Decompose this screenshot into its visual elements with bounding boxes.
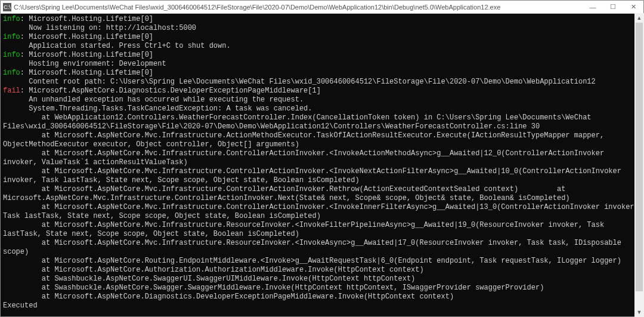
log-level-info: info xyxy=(3,51,20,59)
log-line: at Microsoft.AspNetCore.Mvc.Infrastructu… xyxy=(3,131,641,149)
log-line: fail: Microsoft.AspNetCore.Diagnostics.D… xyxy=(3,87,641,96)
log-line: at Swashbuckle.AspNetCore.SwaggerUI.Swag… xyxy=(3,275,641,284)
log-line: info: Microsoft.Hosting.Lifetime[0] xyxy=(3,15,641,24)
log-level-fail: fail xyxy=(3,87,20,95)
log-line: Content root path: C:\Users\Spring Lee\D… xyxy=(3,78,641,87)
window-controls: — ☐ ✕ xyxy=(583,1,643,13)
log-line: at Microsoft.AspNetCore.Mvc.Infrastructu… xyxy=(3,185,641,203)
log-line: Executed xyxy=(3,301,641,310)
log-line: Hosting environment: Development xyxy=(3,60,641,69)
log-line: Now listening on: http://localhost:5000 xyxy=(3,24,641,33)
scroll-down-arrow[interactable]: ▼ xyxy=(634,307,644,317)
titlebar[interactable]: C:\ C:\Users\Spring Lee\Documents\WeChat… xyxy=(1,1,643,14)
log-line: System.Threading.Tasks.TaskCanceledExcep… xyxy=(3,104,641,113)
app-icon: C:\ xyxy=(3,3,11,11)
log-level-info: info xyxy=(3,33,20,41)
minimize-button[interactable]: — xyxy=(583,1,603,13)
vertical-scrollbar[interactable]: ▲ ▼ xyxy=(634,13,644,317)
scroll-thumb[interactable] xyxy=(636,23,643,291)
maximize-button[interactable]: ☐ xyxy=(603,1,623,13)
log-level-info: info xyxy=(3,69,20,77)
log-line: at Microsoft.AspNetCore.Mvc.Infrastructu… xyxy=(3,149,641,167)
log-line: at Microsoft.AspNetCore.Diagnostics.Deve… xyxy=(3,293,641,301)
log-line: at WebApplication12.Controllers.WeatherF… xyxy=(3,113,641,131)
console-window: C:\ C:\Users\Spring Lee\Documents\WeChat… xyxy=(0,0,644,317)
log-line: at Microsoft.AspNetCore.Mvc.Infrastructu… xyxy=(3,239,641,257)
log-line: at Microsoft.AspNetCore.Routing.Endpoint… xyxy=(3,257,641,266)
log-line: Application started. Press Ctrl+C to shu… xyxy=(3,42,641,51)
close-button[interactable]: ✕ xyxy=(623,1,643,13)
window-title: C:\Users\Spring Lee\Documents\WeChat Fil… xyxy=(14,4,583,11)
log-line: info: Microsoft.Hosting.Lifetime[0] xyxy=(3,51,641,60)
log-line: at Microsoft.AspNetCore.Mvc.Infrastructu… xyxy=(3,203,641,221)
log-line: at Swashbuckle.AspNetCore.Swagger.Swagge… xyxy=(3,284,641,293)
log-level-info: info xyxy=(3,15,20,23)
log-line: An unhandled exception has occurred whil… xyxy=(3,96,641,104)
log-line: at Microsoft.AspNetCore.Authorization.Au… xyxy=(3,266,641,275)
console-output[interactable]: info: Microsoft.Hosting.Lifetime[0] Now … xyxy=(1,14,643,316)
scroll-up-arrow[interactable]: ▲ xyxy=(634,13,644,23)
log-line: at Microsoft.AspNetCore.Mvc.Infrastructu… xyxy=(3,221,641,239)
log-line: info: Microsoft.Hosting.Lifetime[0] xyxy=(3,33,641,42)
log-line: at Microsoft.AspNetCore.Mvc.Infrastructu… xyxy=(3,167,641,185)
log-line: info: Microsoft.Hosting.Lifetime[0] xyxy=(3,69,641,78)
